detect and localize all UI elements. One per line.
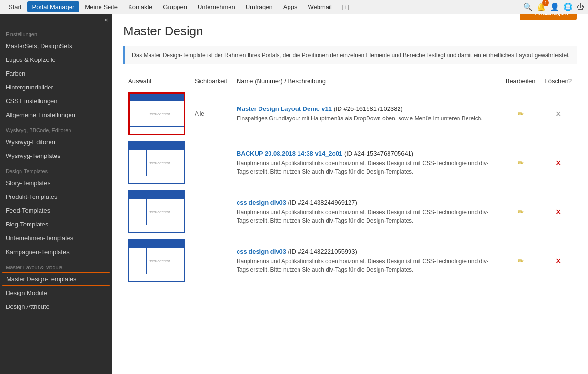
sichtbarkeit-cell <box>190 236 232 285</box>
name-desc-cell: BACKUP 20.08.2018 14:38 v14_2c01 (ID #24… <box>232 138 501 187</box>
edit-cell: ✏ <box>501 138 540 187</box>
sidebar-item-wysiwyg-editoren[interactable]: Wysiwyg-Editoren <box>0 135 112 149</box>
delete-cell: ✕ <box>540 187 577 236</box>
sichtbarkeit-cell: Alle <box>190 89 232 138</box>
sichtbarkeit-cell <box>190 138 232 187</box>
sidebar-item-story-templates[interactable]: Story-Templates <box>0 176 112 190</box>
row-title-link[interactable]: css design div03 (ID #24-1482221055993) <box>237 248 357 255</box>
table-row: user-defined css design div03 (ID #24-14… <box>123 236 577 285</box>
name-desc-cell: css design div03 (ID #24-1482221055993)H… <box>232 236 501 285</box>
edit-icon[interactable]: ✏ <box>518 257 524 265</box>
delete-cell: ✕ <box>540 138 577 187</box>
row-description: Hauptmenüs und Applikationslinks oben ho… <box>237 208 496 225</box>
name-desc-cell: css design div03 (ID #24-1438244969127)H… <box>232 187 501 236</box>
delete-icon[interactable]: ✕ <box>555 159 561 167</box>
table-header-row: Auswahl Sichtbarkeit Name (Nummer) / Bes… <box>123 74 577 89</box>
col-header-auswahl: Auswahl <box>123 74 190 89</box>
search-icon[interactable]: 🔍 <box>523 2 533 11</box>
row-title-link[interactable]: Master Design Layout Demo v11 (ID #25-16… <box>237 105 403 112</box>
sidebar-item-css[interactable]: CSS Einstellungen <box>0 94 112 108</box>
sidebar-close-button[interactable]: × <box>0 14 112 26</box>
nav-right-icons: 🔍 🔔 1 👤 🌐 ⏻ <box>523 2 584 11</box>
nav-plus[interactable]: [+] <box>338 1 354 12</box>
edit-cell: ✏ <box>501 187 540 236</box>
nav-start[interactable]: Start <box>4 1 26 12</box>
nav-items: Start Portal Manager Meine Seite Kontakt… <box>4 1 523 12</box>
table-row: user-defined css design div03 (ID #24-14… <box>123 187 577 236</box>
row-id: (ID #25-1615817102382) <box>332 105 403 112</box>
power-icon[interactable]: ⏻ <box>577 3 584 11</box>
sidebar-section-design-templates: Design-Templates <box>0 163 112 176</box>
table-row: user-defined BACKUP 20.08.2018 14:38 v14… <box>123 138 577 187</box>
thumbnail-cell: user-defined <box>123 187 190 236</box>
nav-kontakte[interactable]: Kontakte <box>123 1 157 12</box>
nav-portal-manager[interactable]: Portal Manager <box>27 1 79 12</box>
sidebar-item-design-attribute[interactable]: Design Attribute <box>0 300 112 314</box>
sidebar-item-master-design-templates[interactable]: Master Design-Templates <box>2 272 110 286</box>
name-desc-cell: Master Design Layout Demo v11 (ID #25-16… <box>232 89 501 138</box>
sidebar-item-blog-templates[interactable]: Blog-Templates <box>0 217 112 231</box>
thumbnail-cell: user-defined <box>123 236 190 285</box>
sichtbarkeit-cell <box>190 187 232 236</box>
row-id: (ID #24-1482221055993) <box>286 248 357 255</box>
delete-cell: ✕ <box>540 236 577 285</box>
sidebar-item-unternehmen-templates[interactable]: Unternehmen-Templates <box>0 231 112 245</box>
sidebar-item-allgemein[interactable]: Allgemeine Einstellungen <box>0 108 112 122</box>
col-header-bearbeiten: Bearbeiten <box>501 74 540 89</box>
notification-count: 1 <box>542 0 549 6</box>
sidebar: × Einstellungen MasterSets, DesignSets L… <box>0 14 112 374</box>
edit-icon[interactable]: ✏ <box>518 208 524 216</box>
sidebar-section-master-layout: Master Layout & Module <box>0 259 112 272</box>
nav-webmail[interactable]: Webmail <box>303 1 336 12</box>
design-thumbnail[interactable]: user-defined <box>128 239 185 282</box>
col-header-loschen: Löschen? <box>540 74 577 89</box>
top-navigation: Start Portal Manager Meine Seite Kontakt… <box>0 0 588 14</box>
row-title-link[interactable]: BACKUP 20.08.2018 14:38 v14_2c01 (ID #24… <box>237 150 413 157</box>
delete-icon[interactable]: ✕ <box>555 257 561 265</box>
row-id: (ID #24-1438244969127) <box>286 199 357 206</box>
edit-cell: ✏ <box>501 89 540 138</box>
info-box: Das Master Design-Template ist der Rahme… <box>123 46 577 64</box>
sidebar-item-wysiwyg-templates[interactable]: Wysiwyg-Templates <box>0 149 112 163</box>
sidebar-item-farben[interactable]: Farben <box>0 67 112 80</box>
delete-icon[interactable]: ✕ <box>555 208 561 216</box>
notification-badge[interactable]: 🔔 1 <box>537 2 546 11</box>
delete-icon[interactable]: ✕ <box>555 110 561 118</box>
main-layout: × Einstellungen MasterSets, DesignSets L… <box>0 14 588 374</box>
nav-umfragen[interactable]: Umfragen <box>241 1 278 12</box>
user-icon[interactable]: 👤 <box>550 2 559 11</box>
thumbnail-cell: user-defined <box>123 138 190 187</box>
col-header-sichtbarkeit: Sichtbarkeit <box>190 74 232 89</box>
sidebar-item-feed-templates[interactable]: Feed-Templates <box>0 204 112 217</box>
row-description: Einspaltiges Grundlayout mit Hauptmenüs … <box>237 114 496 123</box>
sidebar-item-hintergrund[interactable]: Hintergrundbilder <box>0 80 112 94</box>
add-button[interactable]: + Hinzufügen <box>520 14 577 20</box>
edit-cell: ✏ <box>501 236 540 285</box>
sidebar-section-einstellungen: Einstellungen <box>0 26 112 39</box>
design-thumbnail[interactable]: user-defined <box>128 92 185 135</box>
sidebar-section-wysiwyg: Wysiwyg, BBCode, Editoren <box>0 122 112 135</box>
row-description: Hauptmenüs und Applikationslinks oben ho… <box>237 257 496 274</box>
edit-icon[interactable]: ✏ <box>518 110 524 118</box>
main-content: + Hinzufügen Master Design Das Master De… <box>112 14 588 374</box>
page-title: Master Design <box>123 24 577 39</box>
sidebar-item-mastersets[interactable]: MasterSets, DesignSets <box>0 39 112 53</box>
nav-gruppen[interactable]: Gruppen <box>158 1 192 12</box>
nav-apps[interactable]: Apps <box>279 1 302 12</box>
sidebar-item-design-module[interactable]: Design Module <box>0 286 112 300</box>
sidebar-item-kampagnen-templates[interactable]: Kampagnen-Templates <box>0 245 112 259</box>
row-title-link[interactable]: css design div03 (ID #24-1438244969127) <box>237 199 357 206</box>
edit-icon[interactable]: ✏ <box>518 159 524 167</box>
info-text: Das Master Design-Template ist der Rahme… <box>132 52 570 59</box>
sidebar-item-logos[interactable]: Logos & Kopfzeile <box>0 53 112 67</box>
sidebar-item-produkt-templates[interactable]: Produkt-Templates <box>0 190 112 204</box>
table-row: user-defined AlleMaster Design Layout De… <box>123 89 577 138</box>
thumbnail-cell: user-defined <box>123 89 190 138</box>
design-thumbnail[interactable]: user-defined <box>128 141 185 184</box>
row-id: (ID #24-1534768705641) <box>342 150 413 157</box>
design-thumbnail[interactable]: user-defined <box>128 190 185 233</box>
nav-meine-seite[interactable]: Meine Seite <box>80 1 122 12</box>
nav-unternehmen[interactable]: Unternehmen <box>193 1 240 12</box>
globe-icon[interactable]: 🌐 <box>563 2 573 11</box>
design-table: Auswahl Sichtbarkeit Name (Nummer) / Bes… <box>123 74 577 285</box>
